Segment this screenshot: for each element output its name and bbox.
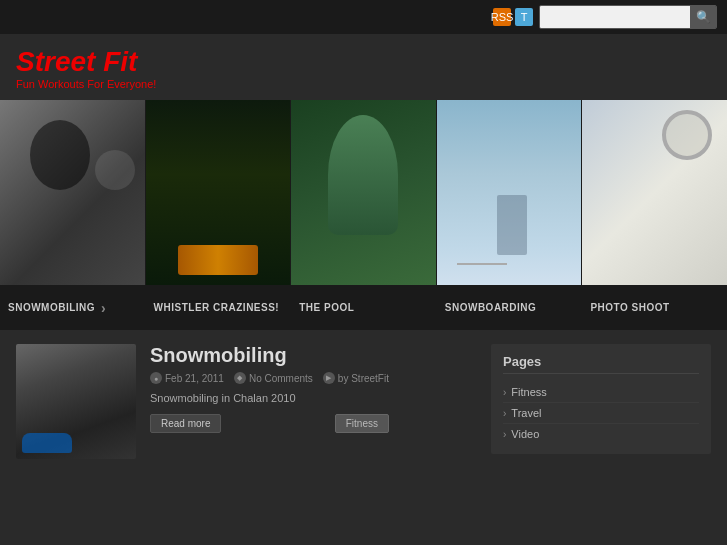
- post-excerpt: Snowmobiling in Chalan 2010: [150, 392, 389, 404]
- slide-caption-text: PHOTO SHOOT: [590, 302, 669, 313]
- site-header: Street Fit Fun Workouts For Everyone!: [0, 34, 727, 100]
- rss-icon[interactable]: RSS: [493, 8, 511, 26]
- post-author-meta: ▶ by StreetFit: [323, 372, 389, 384]
- page-link-fitness[interactable]: Fitness: [511, 386, 546, 398]
- post-author: by StreetFit: [338, 373, 389, 384]
- post-actions: Read more Fitness: [150, 414, 389, 433]
- search-button[interactable]: 🔍: [690, 6, 716, 28]
- image-slider: SNOWMOBILING › WHISTLER CRAZINESS! THE P…: [0, 100, 727, 330]
- date-icon: ●: [150, 372, 162, 384]
- sidebar: Pages › Fitness › Travel › Video: [491, 344, 711, 454]
- author-icon: ▶: [323, 372, 335, 384]
- site-tagline: Fun Workouts For Everyone!: [16, 78, 711, 90]
- slide-caption-text: WHISTLER CRAZINESS!: [154, 302, 280, 313]
- list-arrow-icon: ›: [503, 429, 506, 440]
- comment-icon: ◆: [234, 372, 246, 384]
- slide-caption-whistler: WHISTLER CRAZINESS!: [146, 285, 291, 330]
- slide-caption-text: SNOWBOARDING: [445, 302, 537, 313]
- search-box: 🔍: [539, 5, 717, 29]
- read-more-button[interactable]: Read more: [150, 414, 221, 433]
- slide-snowmobiling[interactable]: SNOWMOBILING ›: [0, 100, 146, 330]
- slide-caption-snowboarding: SNOWBOARDING: [437, 285, 582, 330]
- post-comments-meta: ◆ No Comments: [234, 372, 313, 384]
- page-link-video[interactable]: Video: [511, 428, 539, 440]
- slide-photoshoot[interactable]: PHOTO SHOOT: [582, 100, 727, 330]
- pages-widget: Pages › Fitness › Travel › Video: [491, 344, 711, 454]
- slide-arrow: ›: [101, 300, 106, 316]
- post-area: Snowmobiling ● Feb 21, 2011 ◆ No Comment…: [16, 344, 475, 459]
- slide-whistler[interactable]: WHISTLER CRAZINESS!: [146, 100, 292, 330]
- top-bar: RSS T 🔍: [0, 0, 727, 34]
- post-thumbnail: [16, 344, 136, 459]
- post-meta: ● Feb 21, 2011 ◆ No Comments ▶ by Street…: [150, 372, 389, 384]
- search-input[interactable]: [540, 6, 690, 28]
- post-comments: No Comments: [249, 373, 313, 384]
- social-icons: RSS T: [493, 8, 533, 26]
- main-content: Snowmobiling ● Feb 21, 2011 ◆ No Comment…: [0, 330, 727, 473]
- slide-pool[interactable]: THE POOL: [291, 100, 437, 330]
- slide-snowboarding[interactable]: SNOWBOARDING: [437, 100, 583, 330]
- post-card: Snowmobiling ● Feb 21, 2011 ◆ No Comment…: [16, 344, 475, 459]
- pages-list-item: › Travel: [503, 403, 699, 424]
- site-title: Street Fit: [16, 48, 711, 76]
- slide-caption-text: SNOWMOBILING: [8, 302, 95, 313]
- pages-list: › Fitness › Travel › Video: [503, 382, 699, 444]
- list-arrow-icon: ›: [503, 387, 506, 398]
- pages-list-item: › Fitness: [503, 382, 699, 403]
- post-date-meta: ● Feb 21, 2011: [150, 372, 224, 384]
- slide-caption-pool: THE POOL: [291, 285, 436, 330]
- pages-widget-title: Pages: [503, 354, 699, 374]
- pages-list-item: › Video: [503, 424, 699, 444]
- list-arrow-icon: ›: [503, 408, 506, 419]
- slide-caption-snowmobiling: SNOWMOBILING ›: [0, 285, 145, 330]
- post-content: Snowmobiling ● Feb 21, 2011 ◆ No Comment…: [150, 344, 389, 433]
- slide-caption-photoshoot: PHOTO SHOOT: [582, 285, 727, 330]
- page-link-travel[interactable]: Travel: [511, 407, 541, 419]
- post-title: Snowmobiling: [150, 344, 389, 367]
- twitter-icon[interactable]: T: [515, 8, 533, 26]
- category-button[interactable]: Fitness: [335, 414, 389, 433]
- post-date: Feb 21, 2011: [165, 373, 224, 384]
- slide-caption-text: THE POOL: [299, 302, 354, 313]
